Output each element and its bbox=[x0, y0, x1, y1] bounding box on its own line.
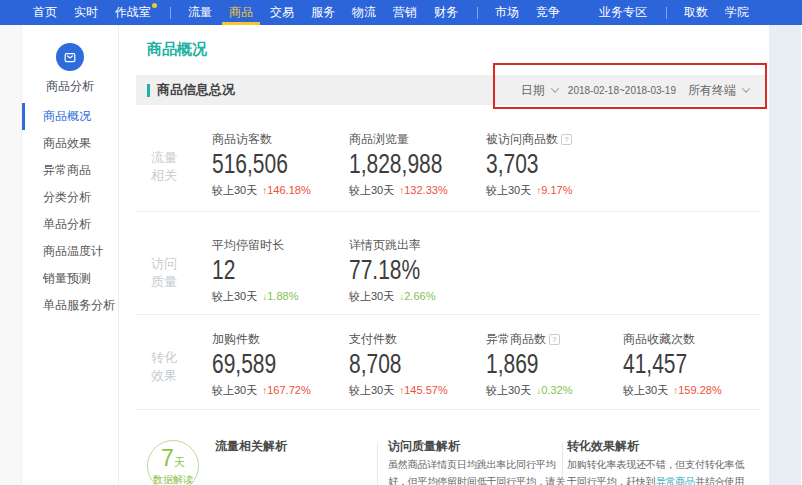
section-header-bar: 商品信息总况 日期 2018-02-18~2018-03-19 所有终端 bbox=[136, 75, 766, 105]
sidebar-item-product-overview[interactable]: 商品概况 bbox=[22, 103, 118, 130]
sidebar-item-category-analysis[interactable]: 分类分析 bbox=[22, 184, 118, 211]
insight-text-line: 加购转化率表现还不错，但支付转化率低 bbox=[567, 456, 744, 473]
metric-value: 77.18% bbox=[349, 257, 452, 283]
metric-card: 详情页跳出率77.18%较上30天↓2.66% bbox=[349, 237, 486, 314]
metric-card: 商品浏览量1,828,988较上30天↑132.33% bbox=[349, 131, 486, 211]
nav-item-home[interactable]: 首页 bbox=[33, 0, 57, 25]
date-dropdown[interactable]: 日期 bbox=[521, 82, 545, 99]
delta-up-arrow: ↑146.18% bbox=[262, 184, 310, 196]
metric-delta: 较上30天↓0.32% bbox=[486, 383, 623, 398]
metric-row: 流量相关商品访客数516,506较上30天↑146.18%商品浏览量1,828,… bbox=[136, 105, 761, 212]
right-background-band bbox=[769, 25, 801, 485]
sidebar-item-product-effect[interactable]: 商品效果 bbox=[22, 130, 118, 157]
metric-rows: 流量相关商品访客数516,506较上30天↑146.18%商品浏览量1,828,… bbox=[119, 105, 769, 410]
metric-delta: 较上30天↓2.66% bbox=[349, 289, 486, 304]
insight-text-line: 好，但平均停留时间低于同行平均，请关 bbox=[388, 473, 575, 485]
metric-row: 访问质量平均停留时长12较上30天↓1.88%详情页跳出率77.18%较上30天… bbox=[136, 212, 761, 315]
nav-item-market[interactable]: 市场 bbox=[495, 0, 519, 25]
metric-card: 商品收藏次数41,457较上30天↑159.28% bbox=[623, 331, 760, 409]
nav-item-product[interactable]: 商品 bbox=[229, 0, 253, 25]
chevron-down-icon bbox=[742, 84, 750, 92]
nav-item-service[interactable]: 服务 bbox=[311, 0, 335, 25]
page-title: 商品概况 bbox=[147, 39, 769, 59]
insight-divider bbox=[377, 443, 378, 485]
section-marker bbox=[147, 84, 150, 97]
metric-card: 异常商品数?1,869较上30天↓0.32% bbox=[486, 331, 623, 409]
sidebar-item-abnormal-product[interactable]: 异常商品 bbox=[22, 157, 118, 184]
insight-column: 流量相关解析 bbox=[215, 438, 287, 456]
delta-up-arrow: ↑9.17% bbox=[536, 184, 572, 196]
nav-item-competition[interactable]: 竞争 bbox=[536, 0, 560, 25]
metric-group-label: 转化效果 bbox=[136, 331, 212, 409]
insight-title: 访问质量解析 bbox=[388, 438, 575, 455]
nav-item-business-zone[interactable]: 业务专区 bbox=[599, 0, 647, 25]
metric-value: 69,589 bbox=[212, 351, 315, 377]
metric-delta: 较上30天↑146.18% bbox=[212, 183, 349, 198]
data-interpretation-badge: 7天 数据解读 bbox=[147, 440, 199, 485]
metric-label: 支付件数 bbox=[349, 331, 486, 346]
metric-delta: 较上30天↑159.28% bbox=[623, 383, 760, 398]
metric-value: 1,828,988 bbox=[349, 151, 452, 177]
badge-caption: 数据解读 bbox=[148, 473, 198, 485]
badge-days-number: 7 bbox=[161, 445, 174, 471]
metric-value: 8,708 bbox=[349, 351, 452, 377]
metric-label: 商品浏览量 bbox=[349, 131, 486, 146]
help-question-icon[interactable]: ? bbox=[549, 334, 560, 345]
sidebar-item-sales-forecast[interactable]: 销量预测 bbox=[22, 265, 118, 292]
delta-down-arrow: ↓0.32% bbox=[536, 384, 572, 396]
sidebar-item-single-product-analysis[interactable]: 单品分析 bbox=[22, 211, 118, 238]
insight-title: 流量相关解析 bbox=[215, 438, 287, 455]
sidebar-item-product-thermometer[interactable]: 商品温度计 bbox=[22, 238, 118, 265]
left-gutter bbox=[0, 25, 22, 485]
metric-card: 平均停留时长12较上30天↓1.88% bbox=[212, 237, 349, 314]
help-question-icon[interactable]: ? bbox=[561, 134, 572, 145]
insight-link[interactable]: 异常商品 bbox=[656, 476, 695, 485]
delta-up-arrow: ↑167.72% bbox=[262, 384, 310, 396]
metric-label: 商品访客数 bbox=[212, 131, 349, 146]
metric-label: 详情页跳出率 bbox=[349, 237, 486, 252]
delta-up-arrow: ↑132.33% bbox=[399, 184, 447, 196]
nav-item-war-room[interactable]: 作战室 bbox=[115, 0, 151, 25]
metric-delta: 较上30天↑9.17% bbox=[486, 183, 623, 198]
chevron-down-icon bbox=[551, 84, 559, 92]
delta-up-arrow: ↑159.28% bbox=[673, 384, 721, 396]
section-title: 商品信息总况 bbox=[157, 81, 235, 99]
product-analysis-bag-icon bbox=[56, 43, 84, 71]
metric-value: 516,506 bbox=[212, 151, 315, 177]
nav-item-traffic[interactable]: 流量 bbox=[188, 0, 212, 25]
metric-card: 支付件数8,708较上30天↑145.57% bbox=[349, 331, 486, 409]
insight-text-line: 虽然商品详情页日均跳出率比同行平均 bbox=[388, 456, 575, 473]
nav-item-finance[interactable]: 财务 bbox=[434, 0, 458, 25]
nav-item-data-fetch[interactable]: 取数 bbox=[684, 0, 708, 25]
delta-up-arrow: ↑145.57% bbox=[399, 384, 447, 396]
metric-delta: 较上30天↑167.72% bbox=[212, 383, 349, 398]
top-nav: 首页实时作战室流量商品交易服务物流营销财务市场竞争业务专区取数学院 bbox=[0, 0, 802, 25]
metric-delta: 较上30天↑132.33% bbox=[349, 183, 486, 198]
nav-separator bbox=[477, 7, 478, 19]
nav-item-realtime[interactable]: 实时 bbox=[74, 0, 98, 25]
notification-dot bbox=[152, 3, 157, 8]
metric-label: 被访问商品数? bbox=[486, 131, 623, 146]
terminal-dropdown[interactable]: 所有终端 bbox=[688, 82, 736, 99]
metric-card: 商品访客数516,506较上30天↑146.18% bbox=[212, 131, 349, 211]
nav-separator bbox=[666, 7, 667, 19]
metric-row: 转化效果加购件数69,589较上30天↑167.72%支付件数8,708较上30… bbox=[136, 315, 761, 410]
metric-card: 被访问商品数?3,703较上30天↑9.17% bbox=[486, 131, 623, 211]
date-range-value[interactable]: 2018-02-18~2018-03-19 bbox=[568, 85, 676, 96]
nav-item-marketing[interactable]: 营销 bbox=[393, 0, 417, 25]
delta-down-arrow: ↓1.88% bbox=[262, 290, 298, 302]
nav-item-transaction[interactable]: 交易 bbox=[270, 0, 294, 25]
delta-down-arrow: ↓2.66% bbox=[399, 290, 435, 302]
sidebar: 商品分析 商品概况商品效果异常商品分类分析单品分析商品温度计销量预测单品服务分析 bbox=[22, 25, 119, 485]
metric-label: 异常商品数? bbox=[486, 331, 623, 346]
main-content: 商品概况 商品信息总况 日期 2018-02-18~2018-03-19 所有终… bbox=[119, 25, 769, 485]
metric-group-label: 流量相关 bbox=[136, 131, 212, 211]
nav-item-logistics[interactable]: 物流 bbox=[352, 0, 376, 25]
sidebar-item-single-product-service-analysis[interactable]: 单品服务分析 bbox=[22, 292, 118, 319]
nav-separator bbox=[170, 7, 171, 19]
nav-item-academy[interactable]: 学院 bbox=[725, 0, 749, 25]
metric-value: 1,869 bbox=[486, 351, 589, 377]
metric-delta: 较上30天↑145.57% bbox=[349, 383, 486, 398]
insight-column: 访问质量解析虽然商品详情页日均跳出率比同行平均好，但平均停留时间低于同行平均，请… bbox=[388, 438, 575, 485]
page: 首页实时作战室流量商品交易服务物流营销财务市场竞争业务专区取数学院 商品分析 商… bbox=[0, 0, 802, 485]
